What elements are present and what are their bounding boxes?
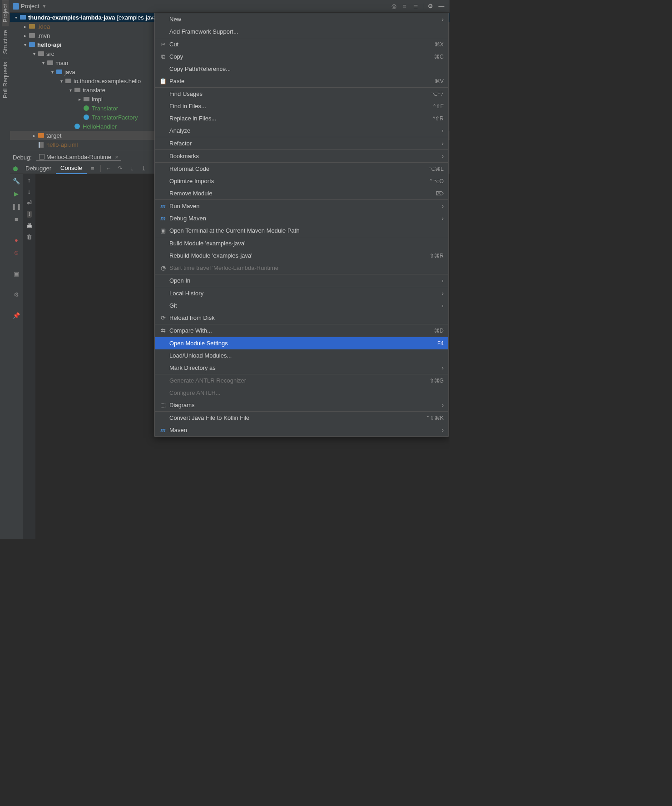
expand-all-icon[interactable]: ≡ bbox=[400, 2, 409, 10]
menu-item-rebuild-module-examples-java[interactable]: Rebuild Module 'examples-java'⇧⌘R bbox=[155, 249, 448, 262]
chevron-right-icon: › bbox=[442, 302, 444, 309]
tab-console[interactable]: Console bbox=[56, 163, 87, 174]
menu-item-run-maven[interactable]: mRun Maven› bbox=[155, 200, 448, 212]
chevron-down-icon: ▾ bbox=[22, 42, 28, 47]
shortcut-label: ⌘C bbox=[434, 54, 444, 60]
tree-label: main bbox=[55, 60, 68, 66]
close-icon[interactable]: × bbox=[115, 154, 119, 160]
tab-debugger[interactable]: Debugger bbox=[21, 163, 56, 174]
camera-icon[interactable]: ▣ bbox=[12, 269, 20, 278]
menu-item-find-in-files[interactable]: Find in Files...^⇧F bbox=[155, 100, 448, 112]
interface-icon bbox=[83, 104, 90, 112]
menu-item-find-usages[interactable]: Find Usages⌥F7 bbox=[155, 88, 448, 100]
menu-item-copy[interactable]: ⧉Copy⌘C bbox=[155, 50, 448, 63]
tab-pull-requests[interactable]: Pull Requests bbox=[2, 58, 9, 102]
chevron-right-icon: › bbox=[442, 203, 444, 209]
menu-item-diagrams[interactable]: ⬚Diagrams› bbox=[155, 399, 448, 411]
down-icon[interactable]: ↓ bbox=[28, 188, 31, 195]
menu-item-remove-module[interactable]: Remove Module⌦ bbox=[155, 187, 448, 199]
menu-item-compare-with[interactable]: ⇆Compare With...⌘D bbox=[155, 324, 448, 337]
menu-label: Refactor bbox=[169, 140, 442, 147]
menu-item-open-in[interactable]: Open In› bbox=[155, 274, 448, 287]
menu-item-paste[interactable]: 📋Paste⌘V bbox=[155, 75, 448, 87]
project-icon bbox=[13, 3, 19, 10]
step-back-icon[interactable]: ← bbox=[104, 164, 114, 174]
tree-label: java bbox=[64, 69, 75, 75]
step-over-icon[interactable]: ↷ bbox=[115, 164, 125, 174]
menu-item-new[interactable]: New› bbox=[155, 13, 448, 25]
menu-item-open-terminal-at-the-current-maven-module-path[interactable]: ▣Open Terminal at the Current Maven Modu… bbox=[155, 224, 448, 237]
soft-wrap-icon[interactable]: ⏎ bbox=[27, 199, 32, 206]
mute-breakpoints-icon[interactable]: ⦸ bbox=[12, 249, 20, 257]
shortcut-label: ⌦ bbox=[436, 190, 444, 197]
menu-item-replace-in-files[interactable]: Replace in Files...^⇧R bbox=[155, 112, 448, 124]
mvn-icon: m bbox=[158, 427, 168, 433]
menu-item-cut[interactable]: ✂Cut⌘X bbox=[155, 38, 448, 50]
chevron-right-icon: ▸ bbox=[22, 24, 28, 29]
project-view-selector[interactable]: Project ▼ bbox=[13, 3, 46, 10]
shortcut-label: ⌥F7 bbox=[431, 91, 444, 97]
chevron-right-icon: ▸ bbox=[22, 33, 28, 38]
up-icon[interactable]: ↑ bbox=[28, 177, 31, 184]
scroll-to-end-icon[interactable]: ⤓ bbox=[27, 211, 32, 218]
menu-item-copy-path-reference[interactable]: Copy Path/Reference... bbox=[155, 63, 448, 75]
package-icon bbox=[74, 86, 81, 94]
menu-item-refactor[interactable]: Refactor› bbox=[155, 137, 448, 149]
settings-icon[interactable]: ⚙ bbox=[12, 290, 20, 299]
tree-label: translate bbox=[83, 87, 105, 94]
view-breakpoints-icon[interactable]: ● bbox=[12, 236, 20, 244]
menu-item-git[interactable]: Git› bbox=[155, 299, 448, 312]
menu-label: Generate ANTLR Recognizer bbox=[169, 377, 430, 384]
chevron-right-icon: › bbox=[442, 364, 444, 371]
folder-icon bbox=[28, 32, 35, 39]
tree-label: target bbox=[46, 132, 61, 139]
shortcut-label: ⌘D bbox=[434, 328, 444, 334]
locate-icon[interactable]: ◎ bbox=[390, 2, 398, 10]
menu-item-maven[interactable]: mMaven› bbox=[155, 424, 448, 436]
source-folder-icon bbox=[55, 68, 63, 75]
pin-icon[interactable]: 📌 bbox=[12, 311, 20, 319]
step-into-icon[interactable]: ↓ bbox=[127, 164, 137, 174]
chevron-down-icon: ▾ bbox=[31, 51, 37, 56]
chevron-down-icon: ▾ bbox=[58, 79, 64, 84]
wrench-icon[interactable]: 🔧 bbox=[12, 177, 20, 185]
menu-label: Reformat Code bbox=[169, 165, 429, 172]
menu-item-open-module-settings[interactable]: Open Module SettingsF4 bbox=[155, 337, 448, 349]
menu-item-local-history[interactable]: Local History› bbox=[155, 287, 448, 299]
excluded-folder-icon bbox=[37, 132, 44, 139]
threads-icon[interactable]: ≡ bbox=[88, 164, 98, 174]
collapse-all-icon[interactable]: ≣ bbox=[411, 2, 420, 10]
pause-icon[interactable]: ❚❚ bbox=[12, 202, 20, 210]
menu-item-load-unload-modules[interactable]: Load/Unload Modules... bbox=[155, 349, 448, 362]
menu-item-mark-directory-as[interactable]: Mark Directory as› bbox=[155, 362, 448, 374]
debug-runconfig-tab[interactable]: Merloc-Lambda-Runtime × bbox=[36, 154, 121, 161]
shortcut-label: ⌃⇧⌘K bbox=[425, 415, 444, 421]
menu-label: Analyze bbox=[169, 127, 442, 134]
tab-project[interactable]: Project bbox=[2, 0, 9, 26]
menu-item-analyze[interactable]: Analyze› bbox=[155, 124, 448, 137]
menu-label: Copy bbox=[169, 53, 434, 60]
menu-item-reload-from-disk[interactable]: ⟳Reload from Disk bbox=[155, 312, 448, 324]
menu-label: Copy Path/Reference... bbox=[169, 65, 444, 72]
module-icon bbox=[28, 41, 35, 48]
chevron-right-icon: › bbox=[442, 427, 444, 433]
menu-item-convert-java-file-to-kotlin-file[interactable]: Convert Java File to Kotlin File⌃⇧⌘K bbox=[155, 412, 448, 424]
menu-item-build-module-examples-java[interactable]: Build Module 'examples-java' bbox=[155, 237, 448, 249]
chevron-down-icon: ▾ bbox=[67, 88, 74, 93]
resume-icon[interactable]: ▶ bbox=[12, 189, 20, 198]
tab-structure[interactable]: Structure bbox=[2, 26, 9, 58]
menu-item-debug-maven[interactable]: mDebug Maven› bbox=[155, 212, 448, 224]
tree-label: .idea bbox=[37, 23, 50, 30]
print-icon[interactable]: 🖶 bbox=[26, 222, 32, 229]
hide-icon[interactable]: — bbox=[437, 2, 445, 10]
force-step-into-icon[interactable]: ⤓ bbox=[139, 164, 149, 174]
stop-icon[interactable]: ■ bbox=[12, 215, 20, 223]
menu-label: Local History bbox=[169, 290, 442, 297]
gear-icon[interactable]: ⚙ bbox=[426, 2, 435, 10]
menu-item-add-framework-support[interactable]: Add Framework Support... bbox=[155, 25, 448, 38]
menu-item-bookmarks[interactable]: Bookmarks› bbox=[155, 150, 448, 162]
menu-item-optimize-imports[interactable]: Optimize Imports⌃⌥O bbox=[155, 175, 448, 187]
menu-label: Mark Directory as bbox=[169, 364, 442, 371]
clear-icon[interactable]: 🗑 bbox=[26, 234, 32, 240]
menu-item-reformat-code[interactable]: Reformat Code⌥⌘L bbox=[155, 163, 448, 175]
